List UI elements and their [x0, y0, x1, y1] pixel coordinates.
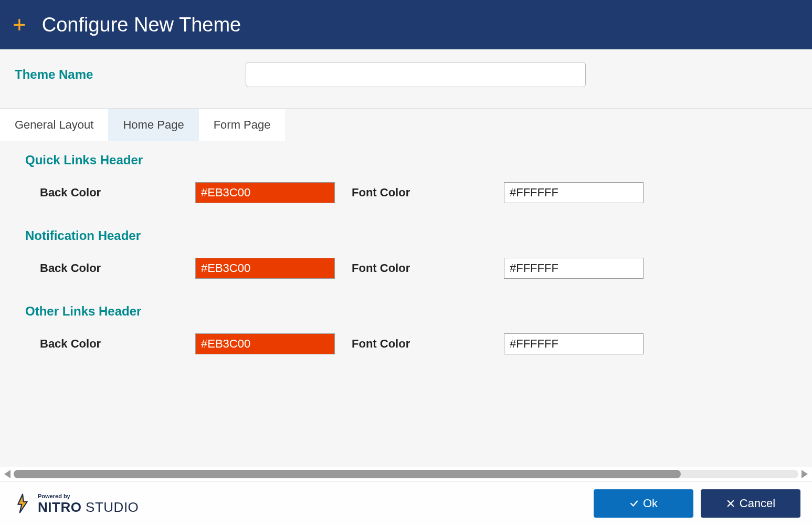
back-color-input[interactable] — [195, 182, 335, 203]
field-row: Back Color Font Color — [25, 182, 787, 203]
font-color-label: Font Color — [352, 337, 504, 351]
logo: Powered by NITRO STUDIO — [12, 492, 139, 514]
font-color-input[interactable] — [504, 258, 644, 279]
footer: Powered by NITRO STUDIO Ok Cancel — [0, 481, 812, 525]
tab-general-layout[interactable]: General Layout — [0, 109, 108, 141]
scroll-thumb[interactable] — [14, 470, 681, 478]
section-title: Other Links Header — [25, 304, 787, 319]
tab-content: Quick Links Header Back Color Font Color… — [0, 141, 812, 467]
theme-name-input[interactable] — [246, 62, 586, 87]
section-quick-links-header: Quick Links Header Back Color Font Color — [25, 153, 787, 203]
ok-label: Ok — [643, 497, 658, 510]
back-color-input[interactable] — [195, 258, 335, 279]
cancel-button[interactable]: Cancel — [701, 489, 800, 518]
section-notification-header: Notification Header Back Color Font Colo… — [25, 228, 787, 279]
ok-button[interactable]: Ok — [594, 489, 693, 518]
tab-home-page[interactable]: Home Page — [108, 109, 198, 141]
dialog-title: Configure New Theme — [42, 14, 241, 36]
horizontal-scrollbar — [0, 467, 812, 481]
back-color-label: Back Color — [40, 337, 195, 351]
theme-name-section: Theme Name — [0, 49, 812, 109]
font-color-label: Font Color — [352, 186, 504, 200]
font-color-label: Font Color — [352, 261, 504, 275]
check-icon — [629, 499, 639, 508]
section-title: Quick Links Header — [25, 153, 787, 167]
dialog-header: + Configure New Theme — [0, 0, 812, 49]
section-other-links-header: Other Links Header Back Color Font Color — [25, 304, 787, 354]
tab-form-page[interactable]: Form Page — [199, 109, 286, 141]
scroll-right-icon[interactable] — [802, 470, 808, 478]
scroll-track[interactable] — [14, 470, 798, 478]
tabs-bar: General Layout Home Page Form Page — [0, 109, 812, 141]
nitro-logo-icon — [12, 492, 34, 514]
scroll-left-icon[interactable] — [4, 470, 10, 478]
cancel-label: Cancel — [740, 497, 775, 510]
font-color-input[interactable] — [504, 182, 644, 203]
theme-name-label: Theme Name — [15, 67, 246, 82]
field-row: Back Color Font Color — [25, 333, 787, 354]
back-color-input[interactable] — [195, 333, 335, 354]
back-color-label: Back Color — [40, 261, 195, 275]
back-color-label: Back Color — [40, 186, 195, 200]
logo-powered-by: Powered by — [38, 494, 139, 499]
close-icon — [726, 499, 735, 508]
logo-brand: NITRO STUDIO — [38, 500, 139, 514]
plus-icon: + — [13, 13, 26, 36]
field-row: Back Color Font Color — [25, 258, 787, 279]
logo-text: Powered by NITRO STUDIO — [38, 494, 139, 514]
footer-buttons: Ok Cancel — [594, 489, 800, 518]
section-title: Notification Header — [25, 228, 787, 243]
font-color-input[interactable] — [504, 333, 644, 354]
